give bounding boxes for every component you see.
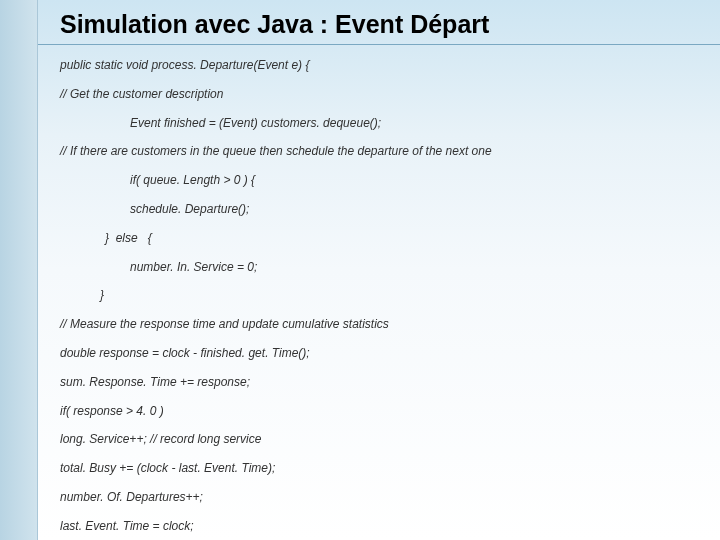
code-line: schedule. Departure(); — [60, 201, 700, 218]
code-line: if( response > 4. 0 ) — [60, 403, 700, 420]
sidebar-accent — [0, 0, 38, 540]
code-line: number. Of. Departures++; — [60, 489, 700, 506]
slide-title: Simulation avec Java : Event Départ — [60, 10, 700, 39]
code-line: if( queue. Length > 0 ) { — [60, 172, 700, 189]
code-line: sum. Response. Time += response; — [60, 374, 700, 391]
code-block: public static void process. Departure(Ev… — [60, 57, 700, 540]
code-line: } — [60, 287, 700, 304]
code-line: total. Busy += (clock - last. Event. Tim… — [60, 460, 700, 477]
code-line: // Measure the response time and update … — [60, 316, 700, 333]
code-line: } else { — [60, 230, 700, 247]
code-line: // Get the customer description — [60, 86, 700, 103]
code-line: public static void process. Departure(Ev… — [60, 57, 700, 74]
code-line: double response = clock - finished. get.… — [60, 345, 700, 362]
slide-content: Simulation avec Java : Event Départ publ… — [60, 10, 700, 540]
code-line: long. Service++; // record long service — [60, 431, 700, 448]
code-line: last. Event. Time = clock; — [60, 518, 700, 535]
code-line: Event finished = (Event) customers. dequ… — [60, 115, 700, 132]
code-line: number. In. Service = 0; — [60, 259, 700, 276]
code-line: // If there are customers in the queue t… — [60, 143, 700, 160]
